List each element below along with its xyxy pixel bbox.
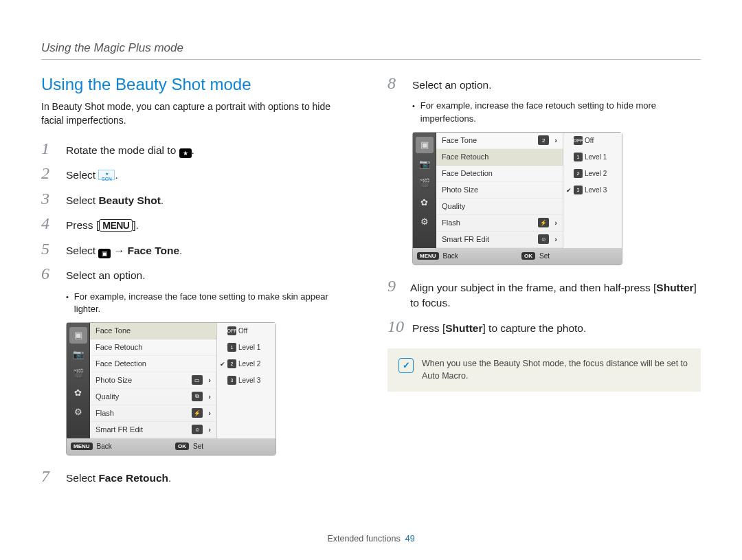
step-1: 1 Rotate the mode dial to ★. xyxy=(41,140,355,159)
option-icon: OFF xyxy=(227,326,236,335)
step-number: 3 xyxy=(41,190,59,207)
row-value-icon: ☺ xyxy=(538,234,549,244)
step-number: 2 xyxy=(41,165,59,181)
sidebar-camera-icon: 📷 xyxy=(416,156,434,172)
camera-menu-facetone: ▣ 📷 🎬 ✿ ⚙ Face Tone Face Retouch Face De… xyxy=(66,322,276,456)
option-level3[interactable]: ✔3Level 3 xyxy=(563,182,622,199)
option-icon: 1 xyxy=(574,153,583,161)
scn-icon: SCN xyxy=(98,170,115,180)
option-level2[interactable]: ✔2Level 2 xyxy=(217,356,276,372)
row-value-icon: ⧉ xyxy=(192,392,203,401)
menu-row-flash[interactable]: Flash⚡› xyxy=(436,215,563,232)
option-label: Level 1 xyxy=(585,153,607,161)
right-column: 8 Select an option. • For example, incre… xyxy=(387,75,701,493)
chevron-right-icon: › xyxy=(554,219,557,227)
option-label: Off xyxy=(238,327,247,335)
option-icon: OFF xyxy=(574,136,583,145)
sidebar-shoot-icon: ▣ xyxy=(69,327,87,344)
option-label: Off xyxy=(585,137,594,144)
option-label: Level 1 xyxy=(238,344,260,351)
step-number: 7 xyxy=(41,468,59,484)
menu-row-quality[interactable]: Quality⧉› xyxy=(90,389,216,405)
menu-chip-icon: MENU xyxy=(417,252,439,260)
mode-dial-icon: ★ xyxy=(179,148,192,158)
row-value-icon: ⚡ xyxy=(192,408,203,418)
step-5: 5 Select ▣ → Face Tone. xyxy=(41,240,355,259)
step-text: Align your subject in the frame, and the… xyxy=(410,282,656,293)
menu-row-facedetection[interactable]: Face Detection xyxy=(436,166,563,182)
sub-text: For example, increase the face tone sett… xyxy=(74,291,355,315)
option-label: Level 2 xyxy=(585,170,607,177)
step-6-sub: • For example, increase the face tone se… xyxy=(66,291,355,315)
camera-footer: MENUBack OKSet xyxy=(413,248,622,265)
option-icon: 1 xyxy=(227,343,236,352)
option-off[interactable]: OFFOff xyxy=(563,133,622,149)
step-number: 9 xyxy=(387,278,403,294)
menu-row-faceretouch[interactable]: Face Retouch xyxy=(90,339,216,356)
note-callout: ✓ When you use the Beauty Shot mode, the… xyxy=(387,348,701,392)
intro-paragraph: In Beauty Shot mode, you can capture a p… xyxy=(41,100,355,128)
ok-chip-icon: OK xyxy=(521,252,535,260)
row-value-icon: ⚡ xyxy=(538,218,549,227)
menu-row-smartfredit[interactable]: Smart FR Edit☺› xyxy=(436,232,563,248)
option-level2[interactable]: 2Level 2 xyxy=(563,166,622,182)
step-text: Select xyxy=(66,194,98,206)
sidebar-settings-icon: ⚙ xyxy=(69,404,87,421)
page-footer: Extended functions 49 xyxy=(0,534,742,544)
step-10: 10 Press [Shutter] to capture the photo. xyxy=(387,318,701,336)
breadcrumb-header: Using the Magic Plus mode xyxy=(41,41,701,60)
step-7: 7 Select Face Retouch. xyxy=(41,468,355,486)
bullet-icon: • xyxy=(412,101,415,124)
step-8: 8 Select an option. xyxy=(387,75,701,93)
menu-row-facetone[interactable]: Face Tone xyxy=(90,323,216,339)
menu-row-smartfredit[interactable]: Smart FR Edit☺› xyxy=(90,422,216,438)
menu-row-flash[interactable]: Flash⚡› xyxy=(90,405,216,422)
option-level1[interactable]: 1Level 1 xyxy=(217,339,276,356)
row-value-icon: ▭ xyxy=(192,375,203,385)
back-label: Back xyxy=(443,252,458,260)
step-number: 5 xyxy=(41,240,59,257)
option-label: Level 3 xyxy=(238,377,260,384)
option-label: Level 2 xyxy=(238,360,260,368)
step-3: 3 Select Beauty Shot. xyxy=(41,190,355,208)
option-level3[interactable]: 3Level 3 xyxy=(217,372,276,389)
option-icon: 3 xyxy=(574,186,583,194)
option-level1[interactable]: 1Level 1 xyxy=(563,149,622,166)
row-label: Quality xyxy=(95,392,119,401)
option-icon: 3 xyxy=(227,376,236,385)
option-icon: 2 xyxy=(574,169,583,178)
check-icon: ✔ xyxy=(220,361,225,368)
camera-footer: MENUBack OKSet xyxy=(67,438,276,455)
section-title: Using the Beauty Shot mode xyxy=(41,75,355,94)
back-label: Back xyxy=(97,443,112,450)
menu-row-faceretouch[interactable]: Face Retouch xyxy=(436,149,563,166)
menu-row-facedetection[interactable]: Face Detection xyxy=(90,356,216,372)
set-label: Set xyxy=(193,443,203,450)
arrow: → xyxy=(111,245,127,256)
camera-menu-list: Face Tone Face Retouch Face Detection Ph… xyxy=(90,323,216,438)
ok-chip-icon: OK xyxy=(175,443,189,450)
step-text: Press [ xyxy=(412,322,445,334)
set-label: Set xyxy=(539,252,550,260)
row-label: Face Retouch xyxy=(95,343,142,351)
chevron-right-icon: › xyxy=(554,136,557,144)
chevron-right-icon: › xyxy=(208,409,211,417)
step-text: Rotate the mode dial to xyxy=(66,144,179,156)
row-label: Quality xyxy=(442,202,465,210)
sidebar-sound-icon: ✿ xyxy=(69,385,87,401)
step-number: 8 xyxy=(387,75,405,91)
menu-row-quality[interactable]: Quality xyxy=(436,199,563,215)
chevron-right-icon: › xyxy=(208,392,211,401)
menu-row-facetone[interactable]: Face Tone2› xyxy=(436,133,563,149)
menu-row-photosize[interactable]: Photo Size xyxy=(436,182,563,199)
camera-menu-list: Face Tone2› Face Retouch Face Detection … xyxy=(436,133,563,248)
sidebar-video-icon: 🎬 xyxy=(416,175,434,192)
row-label: Face Retouch xyxy=(442,153,488,161)
option-off[interactable]: OFFOff xyxy=(217,323,276,339)
option-icon: 2 xyxy=(227,359,236,368)
step-bold: Shutter xyxy=(656,282,693,293)
step-9: 9 Align your subject in the frame, and t… xyxy=(387,278,701,311)
sidebar-video-icon: 🎬 xyxy=(69,366,87,382)
row-label: Face Detection xyxy=(442,169,493,177)
menu-row-photosize[interactable]: Photo Size▭› xyxy=(90,372,216,389)
